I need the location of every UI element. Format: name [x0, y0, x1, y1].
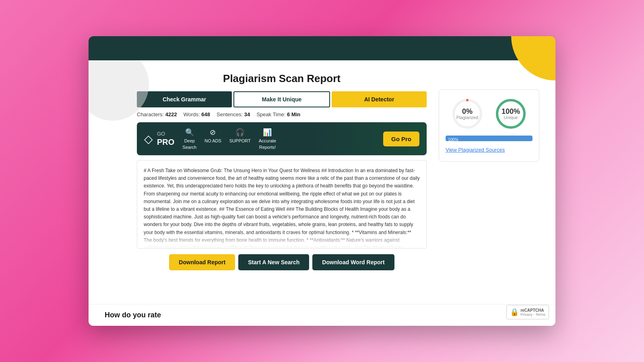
support-icon: 🎧: [235, 128, 244, 137]
sentences-stat: Sentences: 34: [217, 111, 250, 117]
go-text: GO: [157, 131, 174, 137]
right-section: 0% Plagiarized: [439, 72, 539, 318]
article-text: # A Fresh Take on Wholesome Grub: The Un…: [144, 167, 420, 249]
diamond-icon: ◇: [144, 132, 153, 146]
view-plagiarized-sources-link[interactable]: View Plagiarized Sources: [446, 147, 505, 153]
pro-feature-support: 🎧 SUPPORT: [229, 128, 251, 150]
pro-text: PRO: [157, 137, 174, 147]
unique-label: 100% Unique: [502, 108, 520, 120]
words-stat: Words: 648: [184, 111, 210, 117]
pro-banner-left: ◇ GO PRO: [144, 131, 174, 147]
download-report-button[interactable]: Download Report: [169, 254, 235, 270]
go-pro-text: GO PRO: [157, 131, 174, 147]
recaptcha-text: reCAPTCHA Privacy - Terms: [520, 308, 545, 317]
reports-icon: 📊: [263, 128, 272, 137]
plagiarized-label: 0% Plagiarized: [456, 108, 478, 120]
plagiarized-score: 0% Plagiarized: [451, 98, 483, 130]
speak-time-stat: Speak Time: 6 Min: [256, 111, 300, 117]
action-buttons-row: Check Grammar Make It Unique AI Detector: [137, 91, 427, 107]
recaptcha-logo: 🔒: [510, 308, 519, 317]
left-section: Plagiarism Scan Report Check Grammar Mak…: [137, 72, 427, 318]
progress-bar-container: 100%: [446, 136, 533, 141]
pro-feature-no-ads: ⊘ NO ADS: [204, 128, 221, 150]
pro-feature-deep-search: 🔍 Deep Search: [182, 128, 196, 150]
pro-banner: ◇ GO PRO 🔍 Deep Search ⊘: [137, 122, 427, 155]
progress-bar-fill: 100%: [446, 136, 533, 141]
bottom-buttons-row: Download Report Start A New Search Downl…: [137, 254, 427, 270]
page-title: Plagiarism Scan Report: [137, 72, 427, 85]
stats-row: Characters: 4222 Words: 648 Sentences: 3…: [137, 111, 427, 117]
main-layout: Plagiarism Scan Report Check Grammar Mak…: [137, 72, 539, 318]
pro-feature-reports: 📊 Accurate Reports!: [259, 128, 276, 150]
recaptcha-badge: 🔒 reCAPTCHA Privacy - Terms: [506, 305, 549, 319]
score-circles: 0% Plagiarized: [446, 98, 533, 130]
ai-detector-button[interactable]: AI Detector: [332, 91, 427, 107]
how-rate-text: How do you rate: [105, 311, 161, 319]
check-grammar-button[interactable]: Check Grammar: [137, 91, 232, 107]
unique-score: 100% Unique: [495, 98, 527, 130]
go-pro-button[interactable]: Go Pro: [383, 132, 419, 146]
characters-stat: Characters: 4222: [137, 111, 177, 117]
score-card: 0% Plagiarized: [439, 89, 539, 162]
top-bar: [89, 36, 555, 60]
no-ads-icon: ⊘: [210, 128, 216, 137]
content-area: Plagiarism Scan Report Check Grammar Mak…: [89, 60, 555, 326]
bottom-section: How do you rate: [89, 304, 555, 326]
article-text-area: # A Fresh Take on Wholesome Grub: The Un…: [137, 160, 427, 249]
deep-search-icon: 🔍: [185, 128, 194, 137]
make-unique-button[interactable]: Make It Unique: [233, 91, 330, 107]
pro-features: 🔍 Deep Search ⊘ NO ADS 🎧 SUPPORT: [182, 128, 375, 150]
plagiarized-circle-wrapper: 0% Plagiarized: [451, 98, 483, 130]
download-word-report-button[interactable]: Download Word Report: [312, 254, 394, 270]
main-window: Plagiarism Scan Report Check Grammar Mak…: [89, 36, 555, 326]
start-new-search-button[interactable]: Start A New Search: [238, 254, 309, 270]
unique-circle-wrapper: 100% Unique: [495, 98, 527, 130]
